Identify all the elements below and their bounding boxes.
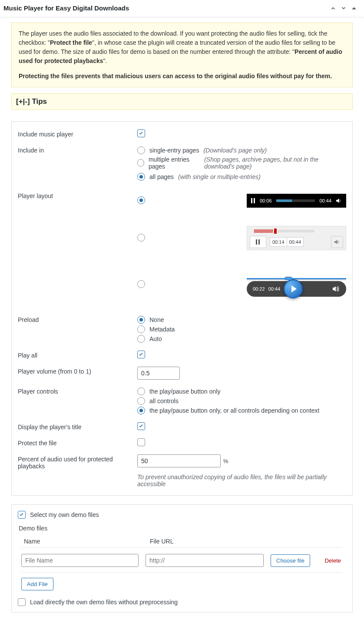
- own-demo-checkbox[interactable]: [18, 511, 26, 519]
- include-in-label: Include in: [18, 146, 137, 154]
- layout-skin2-radio[interactable]: [137, 234, 145, 242]
- speaker-icon: [331, 236, 343, 248]
- panel-title: Music Player for Easy Digital Downloads: [3, 4, 129, 12]
- include-player-label: Include music player: [18, 129, 137, 138]
- panel-header: Music Player for Easy Digital Downloads: [0, 0, 364, 17]
- percent-desc: To prevent unauthorized copying of audio…: [137, 467, 346, 487]
- preload-label: Preload: [18, 315, 137, 323]
- demo-name-input[interactable]: [21, 554, 139, 567]
- controls-all-radio[interactable]: [137, 397, 145, 405]
- demo-head-name: Name: [24, 538, 150, 545]
- choose-file-button[interactable]: Choose file: [271, 554, 310, 567]
- controls-play-only-radio[interactable]: [137, 388, 145, 395]
- include-in-multiple-radio[interactable]: [137, 159, 144, 167]
- player-skin-3-preview: 00:22 00:44: [247, 273, 346, 297]
- display-title-checkbox[interactable]: [137, 422, 145, 430]
- protect-label: Protect the file: [18, 438, 137, 447]
- demo-url-input[interactable]: [146, 554, 264, 567]
- svg-rect-3: [258, 239, 260, 245]
- play-all-label: Play all: [18, 351, 137, 359]
- pause-icon: [251, 198, 255, 203]
- delete-link[interactable]: Delete: [324, 557, 343, 564]
- svg-rect-0: [251, 198, 252, 203]
- demo-files-label: Demo files: [18, 519, 346, 535]
- load-direct-label: Load directly the own demo files without…: [30, 599, 178, 606]
- controls-context-radio[interactable]: [137, 407, 145, 414]
- chevron-up-icon[interactable]: [330, 5, 337, 12]
- player-layout-label: Player layout: [18, 191, 137, 199]
- play-all-checkbox[interactable]: [137, 351, 145, 358]
- info-notice: The player uses the audio files associat…: [11, 23, 353, 87]
- play-icon: [284, 279, 303, 298]
- demo-head-url: File URL: [150, 538, 340, 545]
- include-in-single-radio[interactable]: [137, 146, 145, 154]
- preload-none-radio[interactable]: [137, 316, 145, 324]
- percent-input[interactable]: [137, 454, 221, 467]
- collapse-up-icon[interactable]: [351, 5, 357, 12]
- player-skin-1-preview: 00:06 00:44: [247, 194, 346, 208]
- include-player-checkbox[interactable]: [137, 129, 145, 137]
- speaker-icon: [332, 285, 340, 293]
- volume-label: Player volume (from 0 to 1): [18, 367, 137, 375]
- display-title-label: Display the player's title: [18, 422, 137, 431]
- add-file-button[interactable]: Add File: [21, 578, 53, 590]
- volume-input[interactable]: [137, 367, 180, 380]
- svg-rect-2: [256, 239, 257, 245]
- chevron-down-icon[interactable]: [340, 5, 347, 12]
- percent-unit: %: [223, 458, 228, 464]
- preload-auto-radio[interactable]: [137, 335, 145, 343]
- controls-label: Player controls: [18, 387, 137, 395]
- protect-checkbox[interactable]: [137, 438, 145, 446]
- preload-metadata-radio[interactable]: [137, 325, 145, 333]
- tips-box[interactable]: [+|-] Tips: [11, 93, 353, 110]
- pause-icon: [250, 236, 266, 248]
- tips-label: Tips: [32, 97, 47, 106]
- notice-bold: Protect the file: [50, 39, 92, 46]
- demo-box: Select my own demo files Demo files Name…: [11, 504, 353, 613]
- layout-skin3-radio[interactable]: [137, 280, 145, 288]
- load-direct-checkbox[interactable]: [18, 598, 26, 606]
- own-demo-label: Select my own demo files: [30, 511, 99, 518]
- layout-skin1-radio[interactable]: [137, 196, 145, 204]
- settings-box: Include music player Include in single-e…: [11, 121, 353, 496]
- percent-label: Percent of audio used for protected play…: [18, 454, 137, 470]
- tips-toggle-icon[interactable]: [+|-]: [16, 97, 30, 106]
- svg-rect-1: [254, 198, 255, 203]
- include-in-all-radio[interactable]: [137, 173, 145, 181]
- player-skin-2-preview: 00:14 00:44: [247, 226, 346, 250]
- demo-file-row: Choose file Delete: [21, 548, 343, 573]
- notice-text2: Protecting the files prevents that malic…: [19, 73, 332, 80]
- speaker-icon: [336, 198, 342, 204]
